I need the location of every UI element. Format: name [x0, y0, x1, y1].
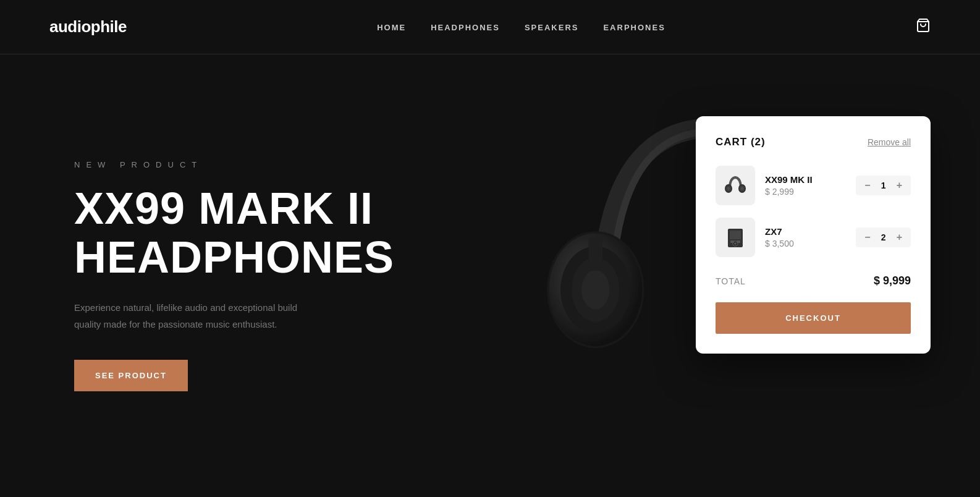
- cart-header: CART (2) Remove all: [716, 136, 911, 148]
- cart-item: XX99 MK II $ 2,999 − 1 +: [716, 166, 911, 205]
- cart-icon: [916, 18, 931, 33]
- cart-item: ZX7 $ 3,500 − 2 +: [716, 218, 911, 257]
- cart-item-thumbnail: [716, 166, 755, 205]
- nav-speakers[interactable]: SPEAKERS: [525, 23, 579, 32]
- cart-dropdown: CART (2) Remove all: [696, 116, 931, 354]
- svg-rect-15: [730, 231, 741, 239]
- hero-content: NEW PRODUCT XX99 MARK II HEADPHONES Expe…: [0, 160, 383, 391]
- see-product-button[interactable]: SEE PRODUCT: [74, 360, 188, 391]
- cart-item-name: ZX7: [765, 226, 846, 237]
- cart-item-quantity-control: − 2 +: [856, 227, 911, 247]
- xx99-thumbnail-icon: [722, 172, 749, 199]
- nav-links: HOME HEADPHONES SPEAKERS EARPHONES: [377, 22, 665, 33]
- cart-total-value: $ 9,999: [874, 274, 911, 287]
- qty-value: 1: [879, 181, 888, 190]
- svg-rect-9: [588, 237, 602, 271]
- navbar: audiophile HOME HEADPHONES SPEAKERS EARP…: [0, 0, 980, 54]
- cart-total-label: TOTAL: [716, 276, 746, 286]
- cart-item-info: XX99 MK II $ 2,999: [765, 174, 846, 197]
- qty-value: 2: [879, 232, 888, 242]
- nav-headphones[interactable]: HEADPHONES: [431, 23, 500, 32]
- cart-button[interactable]: [916, 18, 931, 36]
- remove-all-button[interactable]: Remove all: [868, 137, 911, 147]
- cart-items-list: XX99 MK II $ 2,999 − 1 +: [716, 166, 911, 257]
- nav-earphones[interactable]: EARPHONES: [603, 23, 665, 32]
- svg-rect-19: [737, 240, 740, 243]
- svg-point-12: [725, 184, 732, 193]
- qty-decrease-button[interactable]: −: [863, 232, 871, 242]
- cart-total-row: TOTAL $ 9,999: [716, 274, 911, 287]
- hero-title-line2: HEADPHONES: [74, 232, 394, 282]
- hero-title-line1: XX99 MARK II: [74, 184, 373, 233]
- svg-point-17: [734, 242, 737, 245]
- hero-section: NEW PRODUCT XX99 MARK II HEADPHONES Expe…: [0, 54, 980, 497]
- svg-point-4: [581, 270, 609, 309]
- cart-item-price: $ 3,500: [765, 239, 846, 248]
- qty-decrease-button[interactable]: −: [863, 181, 871, 190]
- svg-rect-18: [730, 240, 734, 243]
- cart-title: CART (2): [716, 136, 766, 148]
- checkout-button[interactable]: CHECKOUT: [716, 302, 911, 334]
- hero-description: Experience natural, lifelike audio and e…: [74, 299, 309, 333]
- nav-home[interactable]: HOME: [377, 23, 406, 32]
- brand-logo: audiophile: [49, 17, 127, 36]
- cart-item-price: $ 2,999: [765, 187, 846, 197]
- cart-item-name: XX99 MK II: [765, 174, 846, 185]
- qty-increase-button[interactable]: +: [895, 232, 903, 242]
- cart-item-thumbnail: [716, 218, 755, 257]
- svg-point-13: [738, 184, 746, 193]
- cart-item-info: ZX7 $ 3,500: [765, 226, 846, 248]
- qty-increase-button[interactable]: +: [895, 181, 903, 190]
- cart-item-quantity-control: − 1 +: [856, 176, 911, 195]
- new-product-label: NEW PRODUCT: [74, 160, 383, 169]
- hero-title: XX99 MARK II HEADPHONES: [74, 184, 383, 282]
- zx7-thumbnail-icon: [722, 224, 749, 251]
